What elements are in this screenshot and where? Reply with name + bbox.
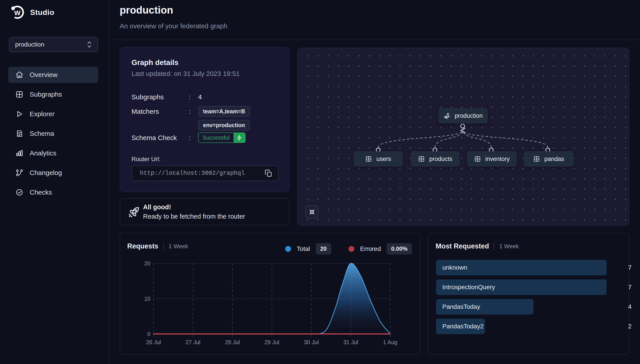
graph-node-users[interactable]: users	[354, 152, 403, 166]
subgraphs-label: Subgraphs	[131, 93, 189, 101]
most-requested-row[interactable]: PandasToday 4	[436, 299, 623, 314]
svg-text:27 Jul: 27 Jul	[186, 339, 201, 345]
check-circle-icon	[15, 188, 24, 196]
most-requested-panel: Most Requested 1 Week unknown 7 Introspe…	[428, 233, 629, 355]
graph-node-products[interactable]: products	[411, 152, 460, 166]
schema-check-label: Schema Check	[131, 134, 189, 142]
wundergraph-logo-icon: W	[10, 5, 25, 20]
home-icon	[15, 71, 24, 79]
graph-details-title: Graph details	[131, 58, 178, 67]
operation-count: 4	[618, 299, 631, 314]
subgraphs-value: 4	[198, 93, 202, 101]
play-icon	[15, 110, 24, 118]
operation-name: unknown	[442, 260, 467, 276]
colon: :	[189, 134, 198, 142]
matchers-row: Matchers : team=A,team=B	[131, 106, 250, 117]
schema-check-status-badge: Successful	[198, 132, 246, 143]
status-card: All good! Ready to be fetched from the r…	[120, 198, 289, 225]
bar-chart-icon	[15, 149, 24, 157]
operation-name: IntrospectionQuery	[442, 280, 495, 295]
sidebar-item-overview[interactable]: Overview	[8, 67, 98, 83]
document-icon	[15, 130, 24, 138]
graph-node-inventory[interactable]: inventory	[467, 152, 517, 166]
svg-text:W: W	[14, 9, 21, 16]
grid-icon	[15, 90, 24, 98]
table-icon	[533, 156, 540, 162]
graph-details-last-updated: Last updated: on 31 July 2023 19:51	[131, 70, 239, 78]
graph-node-root[interactable]: production	[439, 108, 488, 123]
rocket-icon	[128, 206, 140, 218]
colon: :	[189, 108, 198, 115]
lightning-icon	[233, 133, 245, 142]
graph-node-label: products	[429, 156, 452, 162]
most-requested-row[interactable]: PandasToday2 2	[436, 318, 623, 334]
sidebar-item-label: Changelog	[30, 169, 62, 176]
router-url-field[interactable]: http://localhost:3002/graphql	[131, 166, 278, 181]
page-subtitle: An overview of your federated graph	[120, 22, 227, 30]
requests-area-chart: 0102026 Jul27 Jul28 Jul29 Jul30 Jul31 Ju…	[120, 233, 421, 355]
brand-name: Studio	[30, 8, 54, 17]
svg-text:28 Jul: 28 Jul	[225, 339, 240, 345]
sidebar: W Studio production Overview Subgraphs E…	[0, 0, 109, 364]
sidebar-item-label: Subgraphs	[30, 90, 62, 98]
minimize-icon	[309, 208, 315, 215]
operation-count: 7	[618, 260, 631, 276]
svg-text:26 Jul: 26 Jul	[146, 339, 161, 345]
svg-text:0: 0	[147, 331, 150, 337]
chevron-up-down-icon	[86, 40, 93, 49]
operation-count: 7	[618, 280, 631, 295]
sidebar-item-schema[interactable]: Schema	[8, 126, 98, 142]
table-icon	[474, 156, 481, 162]
graph-selector[interactable]: production	[9, 37, 98, 52]
graph-node-pandas[interactable]: pandas	[524, 152, 573, 166]
graph-node-label: production	[455, 112, 483, 119]
svg-text:30 Jul: 30 Jul	[304, 339, 319, 345]
matcher-badge: team=A,team=B	[198, 106, 250, 117]
sidebar-item-label: Schema	[30, 130, 54, 137]
most-requested-row[interactable]: IntrospectionQuery 7	[436, 280, 623, 295]
schema-check-row: Schema Check : Successful	[131, 132, 246, 143]
graph-edges	[298, 48, 629, 225]
page-header: production An overview of your federated…	[109, 0, 640, 40]
sidebar-item-label: Explorer	[30, 110, 55, 118]
sidebar-item-subgraphs[interactable]: Subgraphs	[8, 86, 98, 102]
svg-text:20: 20	[144, 260, 150, 266]
most-requested-title: Most Requested	[436, 242, 489, 250]
status-title: All good!	[143, 204, 171, 211]
network-icon	[443, 112, 450, 119]
svg-text:29 Jul: 29 Jul	[264, 339, 279, 345]
matchers-label: Matchers	[131, 108, 189, 115]
svg-text:1 Aug: 1 Aug	[383, 339, 397, 345]
divider	[494, 242, 494, 250]
schema-check-status-text: Successful	[199, 133, 233, 142]
operation-name: PandasToday	[442, 299, 480, 314]
fit-view-button[interactable]	[306, 206, 318, 218]
svg-text:10: 10	[144, 296, 150, 302]
copy-icon[interactable]	[264, 169, 273, 178]
graph-node-label: pandas	[544, 156, 564, 162]
sidebar-item-checks[interactable]: Checks	[8, 184, 98, 200]
operation-count: 2	[618, 318, 631, 334]
subgraphs-row: Subgraphs : 4	[131, 93, 202, 101]
graph-selector-value: production	[15, 41, 44, 48]
table-icon	[418, 156, 425, 162]
graph-node-label: inventory	[485, 156, 510, 162]
sidebar-item-analytics[interactable]: Analytics	[8, 145, 98, 161]
table-icon	[365, 156, 372, 162]
most-requested-row[interactable]: unknown 7	[436, 260, 623, 276]
requests-panel: Requests 1 Week Total 20 Errored 0.00% 0…	[120, 233, 421, 355]
federated-graph-canvas[interactable]: production users products inventory pand…	[297, 48, 629, 226]
brand[interactable]: W Studio	[10, 5, 54, 20]
sidebar-item-label: Analytics	[30, 150, 56, 157]
most-requested-period: 1 Week	[499, 243, 519, 250]
git-branch-icon	[15, 169, 24, 177]
sidebar-item-changelog[interactable]: Changelog	[8, 165, 98, 181]
graph-node-label: users	[376, 156, 391, 162]
sidebar-item-label: Checks	[30, 188, 52, 196]
sidebar-item-label: Overview	[30, 71, 58, 78]
sidebar-item-explorer[interactable]: Explorer	[8, 106, 98, 122]
operation-name: PandasToday2	[442, 318, 484, 334]
router-url-value: http://localhost:3002/graphql	[140, 170, 245, 176]
colon: :	[189, 93, 198, 101]
router-url-label: Router Url:	[131, 156, 161, 163]
